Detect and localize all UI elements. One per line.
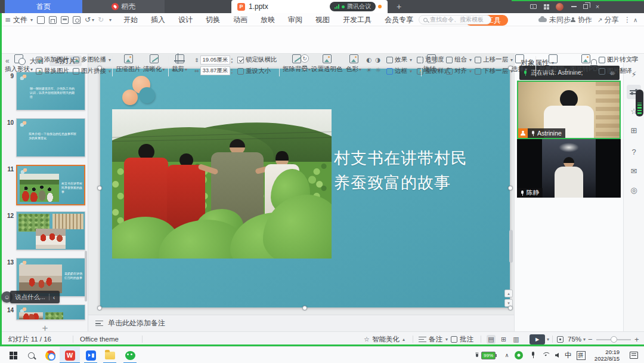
home-tab[interactable]: 首页 <box>5 0 82 13</box>
save-button[interactable] <box>49 13 57 26</box>
border-button[interactable]: 边框▾ <box>386 67 412 75</box>
compress-picture-button[interactable]: 压缩图片 <box>116 54 141 73</box>
tab-start[interactable]: 开始 <box>117 13 144 26</box>
tab-review[interactable]: 审阅 <box>281 13 309 26</box>
account-avatar[interactable] <box>553 0 565 13</box>
new-document-tab-button[interactable]: + <box>392 0 405 13</box>
slide-title[interactable]: 村支书在讲带村民 养蚕致富的故事 <box>334 146 504 195</box>
tab-slideshow[interactable]: 放映 <box>254 13 281 26</box>
tab-member[interactable]: 会员专享 <box>378 13 420 26</box>
resize-handle-s[interactable] <box>302 306 307 310</box>
redo-button[interactable]: ↻ <box>98 13 104 26</box>
close-button[interactable]: × <box>592 0 603 13</box>
select-button[interactable]: 选择▾ <box>512 54 527 73</box>
slide-11[interactable]: 村支书在讲带村民 养蚕致富的故事 ↻ <box>100 69 510 307</box>
new-file-button[interactable] <box>37 13 45 26</box>
slide-canvas[interactable]: 村支书在讲带村民 养蚕致富的故事 ↻ ▴ ▾ <box>88 54 514 315</box>
taskbar-clock[interactable]: 20:192022/8/15 <box>590 347 624 363</box>
taskbar-search-button[interactable] <box>23 347 39 363</box>
resize-handle-se[interactable] <box>508 306 513 310</box>
ime-language[interactable]: 中 <box>563 347 574 363</box>
batch-process-button[interactable]: 批量处理▾ <box>539 54 567 73</box>
remove-background-button[interactable]: 抠除背景▾ <box>283 54 311 73</box>
switch-window-button[interactable]: 1 <box>527 0 539 13</box>
start-button[interactable] <box>5 347 21 363</box>
print-preview-button[interactable] <box>73 13 80 26</box>
help-button[interactable]: ? <box>627 144 641 159</box>
crop-button[interactable]: 裁剪▾ <box>172 54 187 73</box>
resize-handle-e[interactable] <box>508 186 513 190</box>
battery-indicator[interactable]: 99% <box>475 347 496 363</box>
tray-network[interactable] <box>540 347 551 363</box>
collaborate-button[interactable]: 协作 <box>571 13 592 26</box>
print-button[interactable] <box>61 13 69 26</box>
quickbar-more-button[interactable]: ▾ <box>109 13 112 26</box>
more-menu-button[interactable]: ⋮ <box>624 13 631 26</box>
taskbar-wps-active[interactable]: W <box>60 347 80 363</box>
decrease-brightness-icon[interactable]: ☼ <box>375 66 380 73</box>
command-search-input[interactable]: 查找命令、搜索模板 <box>419 15 491 24</box>
tray-volume[interactable] <box>552 347 562 363</box>
tab-devtools[interactable]: 开发工具 <box>336 13 378 26</box>
taskbar-tencent-meeting[interactable] <box>82 347 99 363</box>
share-button[interactable]: ↗ 分享 <box>597 13 618 26</box>
slide-sorter-view-button[interactable]: ⊞ <box>499 335 508 344</box>
bring-forward-button[interactable]: 上移一层▾ <box>475 56 513 64</box>
picture-stitch-button[interactable]: 图片拼接▾ <box>73 67 111 75</box>
layers-button[interactable]: ⊞ <box>627 123 641 137</box>
reset-size-button[interactable]: 重设大小 <box>237 67 277 75</box>
multi-carousel-button[interactable]: 多图轮播▾ <box>73 56 111 64</box>
zoom-slider-knob[interactable] <box>611 336 617 343</box>
video-tile-astrinine[interactable]: Astrinine <box>517 81 621 139</box>
canvas-scrollbar[interactable] <box>509 230 513 263</box>
meeting-chat-bubble[interactable]: ☺ 说点什么... ‹ <box>1 291 60 303</box>
color-button[interactable]: 色彩▾ <box>346 54 361 73</box>
tray-app-icon[interactable] <box>513 347 525 363</box>
tab-transition[interactable]: 切换 <box>199 13 227 26</box>
slide-thumbnail-11-selected[interactable]: 村支书在讲带村民养蚕致富的故事 <box>16 165 85 205</box>
notes-bar[interactable]: 单击此处添加备注 <box>88 315 514 331</box>
ime-mode[interactable]: 拼 <box>575 347 587 363</box>
tab-insert[interactable]: 插入 <box>144 13 172 26</box>
feedback-button[interactable]: ✉ <box>627 164 641 178</box>
align-button[interactable]: 对齐▾ <box>446 67 472 75</box>
taskbar-wechat[interactable] <box>122 347 138 363</box>
group-button[interactable]: 组合▾ <box>446 56 472 64</box>
width-stepper[interactable]: ▴▾ <box>231 67 233 75</box>
reading-view-button[interactable]: ▥ <box>512 335 521 344</box>
slide-thumbnail-9[interactable]: 聊一聊对建党百年、少先队工作的认识，以及共创祖国美好明天的期待 <box>16 72 85 110</box>
send-backward-button[interactable]: 下移一层▾ <box>475 67 513 75</box>
tab-animation[interactable]: 动画 <box>227 13 254 26</box>
insert-shape-button[interactable]: 插入形状▾ <box>5 54 33 73</box>
notification-center-button[interactable] <box>627 347 640 363</box>
replace-picture-button[interactable]: 替换图片 <box>36 67 74 75</box>
docer-tab[interactable]: 稻壳 <box>82 0 165 13</box>
workspace-grid-button[interactable] <box>540 0 552 13</box>
sidebar-scrollbar[interactable] <box>85 251 87 302</box>
set-transparent-button[interactable]: 设置透明色 <box>311 54 343 73</box>
slide-thumbnail-14[interactable] <box>16 304 85 320</box>
normal-view-button[interactable]: ▤ <box>487 335 496 344</box>
tab-design[interactable]: 设计 <box>172 13 199 26</box>
collapse-ribbon-button[interactable]: ∧ <box>633 13 637 26</box>
effects-button[interactable]: 效果▾ <box>386 56 412 64</box>
video-tile-chenjing[interactable]: 陈静 <box>517 139 621 198</box>
lock-ratio-checkbox[interactable]: 锁定纵横比 <box>237 56 277 64</box>
height-stepper[interactable]: ▴▾ <box>231 57 233 64</box>
previous-slide-button[interactable]: ▴ <box>504 290 513 297</box>
decrease-contrast-icon[interactable]: ◑ <box>375 56 380 63</box>
tab-view[interactable]: 视图 <box>309 13 336 26</box>
restore-button[interactable] <box>580 0 592 13</box>
increase-contrast-icon[interactable]: ◐ <box>366 56 371 63</box>
tray-microphone[interactable] <box>528 347 538 363</box>
pic-to-pdf-button[interactable]: 图片转PDF <box>570 54 602 73</box>
minimize-button[interactable] <box>568 0 580 13</box>
resize-handle-w[interactable] <box>97 186 102 190</box>
slide-photo-field[interactable] <box>112 109 332 259</box>
add-picture-button[interactable]: 添加图片▾ <box>36 56 74 64</box>
rotate-button[interactable]: 旋转▾ <box>423 54 439 73</box>
height-input[interactable] <box>200 56 230 64</box>
collapse-chat-icon[interactable]: ‹ <box>53 294 55 301</box>
pic-to-text-button[interactable]: 图片转文字 <box>599 56 639 64</box>
width-input[interactable] <box>200 66 230 75</box>
